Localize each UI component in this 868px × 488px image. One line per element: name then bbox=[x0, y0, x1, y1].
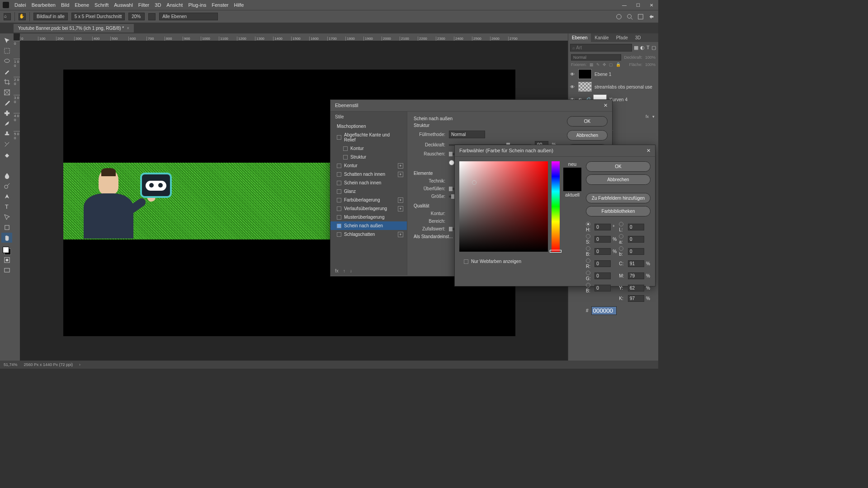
menu-bearbeiten[interactable]: Bearbeiten bbox=[32, 2, 56, 8]
menu-ebene[interactable]: Ebene bbox=[75, 2, 89, 8]
menu-schrift[interactable]: Schrift bbox=[94, 2, 108, 8]
tab-ebenen[interactable]: Ebenen bbox=[568, 33, 591, 42]
g-input[interactable] bbox=[594, 272, 611, 279]
workspace-icon[interactable] bbox=[637, 14, 644, 20]
menu-datei[interactable]: Datei bbox=[14, 2, 26, 8]
fx-toggle-icon[interactable]: fx bbox=[646, 114, 649, 119]
lasso-tool-icon[interactable] bbox=[1, 56, 12, 66]
chevron-down-icon[interactable]: ▾ bbox=[652, 114, 655, 119]
window-minimize-icon[interactable]: — bbox=[618, 0, 631, 10]
filter-smart-icon[interactable]: ▣ bbox=[658, 45, 658, 51]
lab-b-radio[interactable] bbox=[619, 246, 623, 251]
l-input[interactable] bbox=[628, 224, 644, 230]
hue-slider[interactable] bbox=[552, 161, 560, 252]
opacity-value[interactable]: 100% bbox=[645, 55, 656, 60]
current-color-swatch[interactable] bbox=[563, 179, 581, 191]
style-bevel-texture[interactable]: Struktur bbox=[330, 153, 407, 161]
c-input[interactable] bbox=[628, 260, 644, 267]
k-input[interactable] bbox=[628, 295, 644, 302]
style-stroke[interactable]: Kontur+ bbox=[330, 161, 407, 170]
brush-tool-icon[interactable] bbox=[1, 118, 12, 128]
dodge-tool-icon[interactable] bbox=[1, 181, 12, 191]
style-gradient-overlay[interactable]: Verlaufsüberlagerung+ bbox=[330, 204, 407, 213]
style-inner-shadow[interactable]: Schatten nach innen+ bbox=[330, 170, 407, 178]
style-outer-glow[interactable]: Schein nach außen bbox=[330, 221, 407, 230]
search-icon[interactable] bbox=[627, 14, 633, 20]
move-up-icon[interactable]: ↑ bbox=[343, 268, 345, 273]
sample-avg-select[interactable]: 5 x 5 Pixel Durchschnitt bbox=[71, 13, 125, 20]
hex-input[interactable] bbox=[591, 306, 617, 315]
layer-filter-input[interactable] bbox=[570, 44, 632, 52]
saturation-field[interactable] bbox=[459, 161, 548, 252]
hand-tool-icon[interactable]: ✋ bbox=[19, 13, 26, 20]
filter-image-icon[interactable]: ▦ bbox=[634, 45, 638, 51]
b-input[interactable] bbox=[594, 248, 611, 255]
eyedropper-tool-icon[interactable] bbox=[1, 98, 12, 108]
h-radio[interactable] bbox=[586, 222, 590, 226]
gradient-tool-icon[interactable] bbox=[1, 160, 12, 170]
lab-b-input[interactable] bbox=[628, 248, 644, 255]
heal-tool-icon[interactable] bbox=[1, 108, 12, 118]
tab-pfade[interactable]: Pfade bbox=[613, 33, 632, 42]
style-pattern-overlay[interactable]: Musterüberlagerung bbox=[330, 213, 407, 221]
a-input[interactable] bbox=[628, 236, 644, 243]
default-button[interactable]: Als Standardeinst... bbox=[414, 234, 453, 239]
r-radio[interactable] bbox=[586, 258, 590, 263]
menu-filter[interactable]: Filter bbox=[138, 2, 149, 8]
menu-hilfe[interactable]: Hilfe bbox=[234, 2, 244, 8]
style-drop-shadow[interactable]: Schlagschatten+ bbox=[330, 230, 407, 239]
add-effect-icon[interactable]: + bbox=[398, 172, 403, 177]
y-input[interactable] bbox=[628, 285, 644, 291]
style-color-overlay[interactable]: Farbüberlagerung+ bbox=[330, 196, 407, 204]
window-close-icon[interactable]: ✕ bbox=[645, 0, 658, 10]
blue-input[interactable] bbox=[594, 285, 611, 291]
filter-type-icon[interactable]: T bbox=[646, 45, 650, 51]
history-brush-icon[interactable] bbox=[1, 139, 12, 149]
blur-tool-icon[interactable] bbox=[1, 170, 12, 180]
crop-tool-icon[interactable] bbox=[1, 77, 12, 87]
cancel-button[interactable]: Abbrechen bbox=[586, 174, 651, 185]
menu-3d[interactable]: 3D bbox=[155, 2, 161, 8]
path-tool-icon[interactable] bbox=[1, 212, 12, 222]
add-swatch-button[interactable]: Zu Farbfeldern hinzufügen bbox=[586, 193, 651, 203]
visibility-icon[interactable]: 👁 bbox=[570, 84, 576, 89]
filter-shape-icon[interactable]: ▢ bbox=[651, 45, 656, 51]
marquee-tool-icon[interactable] bbox=[1, 46, 12, 56]
b-radio[interactable] bbox=[586, 246, 590, 251]
layer-row[interactable]: 👁streamlabs obs personal use bbox=[568, 80, 658, 93]
layer-row[interactable]: 👁Ebene 1 bbox=[568, 68, 658, 80]
add-effect-icon[interactable]: + bbox=[398, 197, 403, 203]
color-libraries-button[interactable]: Farbbibliotheken bbox=[586, 206, 651, 216]
quickmask-icon[interactable] bbox=[1, 255, 12, 265]
ok-button[interactable]: OK bbox=[567, 116, 608, 127]
web-only-checkbox[interactable] bbox=[464, 259, 468, 264]
share-icon[interactable] bbox=[648, 14, 655, 20]
add-effect-icon[interactable]: + bbox=[398, 232, 403, 237]
frame-tool-icon[interactable] bbox=[1, 87, 12, 97]
style-inner-glow[interactable]: Schein nach innen bbox=[330, 178, 407, 187]
filter-adjust-icon[interactable]: ◐ bbox=[640, 45, 645, 51]
hue-cursor-icon[interactable] bbox=[550, 250, 561, 253]
h-input[interactable] bbox=[594, 224, 611, 230]
menu-auswahl[interactable]: Auswahl bbox=[114, 2, 133, 8]
cloud-icon[interactable] bbox=[616, 14, 622, 20]
doc-info[interactable]: 2560 Px x 1440 Px (72 ppi) bbox=[24, 362, 73, 367]
lock-pixels-icon[interactable]: ▦ bbox=[590, 62, 594, 67]
chevron-right-icon[interactable]: › bbox=[79, 362, 80, 367]
tab-3d[interactable]: 3D bbox=[632, 33, 645, 42]
fx-icon[interactable]: fx bbox=[335, 268, 339, 273]
screenmode-icon[interactable] bbox=[1, 265, 12, 275]
eraser-tool-icon[interactable] bbox=[1, 150, 12, 160]
type-tool-icon[interactable]: T bbox=[1, 202, 12, 211]
add-effect-icon[interactable]: + bbox=[398, 163, 403, 169]
lock-artboard-icon[interactable]: ▢ bbox=[609, 62, 613, 67]
style-bevel[interactable]: Abgeflachte Kante und Relief bbox=[330, 131, 407, 144]
layers-filter-select[interactable]: Alle Ebenen bbox=[159, 13, 218, 20]
m-input[interactable] bbox=[628, 272, 644, 279]
home-icon[interactable]: ⌂ bbox=[4, 13, 11, 20]
stamp-tool-icon[interactable] bbox=[1, 129, 12, 139]
menu-fenster[interactable]: Fenster bbox=[212, 2, 228, 8]
style-blending-options[interactable]: Mischoptionen bbox=[330, 122, 407, 131]
scroll-option-select[interactable]: Bildlauf in alle bbox=[33, 13, 68, 20]
window-maximize-icon[interactable]: ☐ bbox=[631, 0, 645, 10]
